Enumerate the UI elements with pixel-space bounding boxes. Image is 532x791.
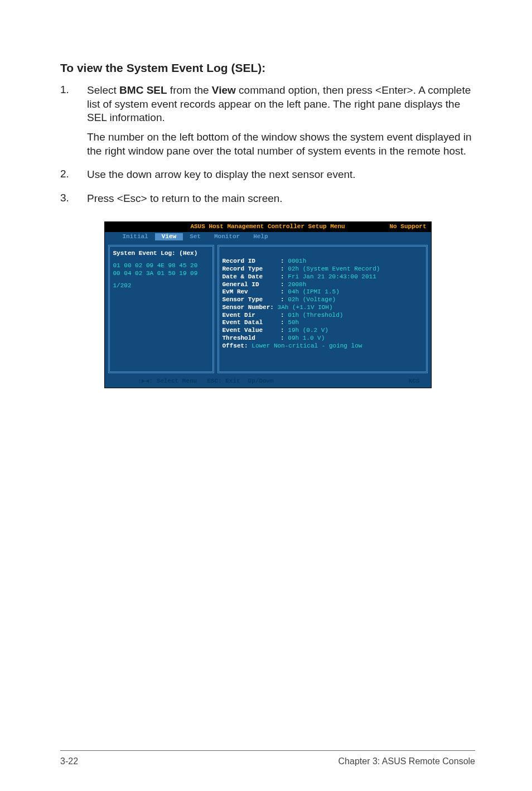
footer-updown: Up/Down bbox=[248, 378, 274, 385]
steps-list: 1. Select BMC SEL from the View command … bbox=[60, 84, 475, 211]
step-2-text: Use the down arrow key to display the ne… bbox=[87, 168, 475, 182]
hex-row: 00 04 02 3A 01 50 19 09 bbox=[113, 270, 209, 278]
menu-view[interactable]: View bbox=[155, 233, 183, 241]
detail-row: Threshold : 09h 1.0 V) bbox=[223, 335, 423, 343]
detail-row: Event Datal : 50h bbox=[223, 319, 423, 327]
terminal-footer: ↕▶◀: Select Menu ESC: Exit Up/Down KCS bbox=[105, 377, 431, 388]
step-1-text: Select BMC SEL from the View command opt… bbox=[87, 84, 475, 125]
menu-monitor[interactable]: Monitor bbox=[207, 233, 246, 241]
footer-kcs: KCS bbox=[409, 378, 420, 385]
detail-row: Event Dir : 01h (Threshold) bbox=[223, 312, 423, 320]
footer-esc: ESC: bbox=[207, 378, 221, 385]
terminal-screenshot: ASUS Host Management Controller Setup Me… bbox=[104, 221, 432, 388]
page-number: 3-22 bbox=[60, 756, 78, 766]
footer-arrows: ↕▶◀: bbox=[138, 378, 153, 385]
step-number: 3. bbox=[60, 192, 87, 211]
detail-row: Event Value : 19h (0.2 V) bbox=[223, 327, 423, 335]
step-1-note: The number on the left bottom of the win… bbox=[87, 131, 475, 158]
hex-row: 01 00 02 09 4E 98 45 20 bbox=[113, 262, 209, 270]
sel-header: Systen Event Log: (Hex) bbox=[113, 250, 209, 258]
terminal-title-bar: ASUS Host Management Controller Setup Me… bbox=[105, 222, 431, 232]
step-number: 2. bbox=[60, 168, 87, 187]
footer-select bbox=[153, 378, 157, 385]
chapter-title: Chapter 3: ASUS Remote Console bbox=[338, 756, 475, 766]
section-heading: To view the System Event Log (SEL): bbox=[60, 61, 475, 75]
terminal-title-right: No Support bbox=[389, 223, 426, 231]
terminal-title: ASUS Host Management Controller Setup Me… bbox=[190, 223, 345, 231]
terminal-menubar: Initial View Set Monitor Help bbox=[105, 232, 431, 242]
detail-row: Date & Date : Fri Jan 21 20:43:00 2011 bbox=[223, 273, 423, 281]
step-3-text: Press <Esc> to return to the main screen… bbox=[87, 192, 475, 206]
detail-row: EvM Rev : 04h (IPMI 1.5) bbox=[223, 288, 423, 296]
right-pane: Record ID : 0001hRecord Type : 02h (Syst… bbox=[217, 245, 428, 373]
detail-row: Record Type : 02h (System Event Record) bbox=[223, 266, 423, 273]
detail-row: Record ID : 0001h bbox=[223, 258, 423, 266]
detail-row: General ID : 2008h bbox=[223, 281, 423, 289]
menu-help[interactable]: Help bbox=[246, 233, 274, 241]
menu-initial[interactable]: Initial bbox=[116, 233, 155, 241]
offset-line: Offset: Lower Non-critical - going low bbox=[223, 343, 423, 350]
footer-exit bbox=[222, 378, 226, 385]
left-pane: Systen Event Log: (Hex) 01 00 02 09 4E 9… bbox=[108, 245, 214, 373]
menu-set[interactable]: Set bbox=[183, 233, 207, 241]
detail-row: Sensor Type : 02h (Voltage) bbox=[223, 296, 423, 304]
record-count: 1/202 bbox=[113, 282, 209, 290]
detail-row: Sensor Number: 3Ah (+1.1V IOH) bbox=[223, 304, 423, 312]
step-number: 1. bbox=[60, 84, 87, 163]
footer-rule bbox=[60, 750, 475, 751]
